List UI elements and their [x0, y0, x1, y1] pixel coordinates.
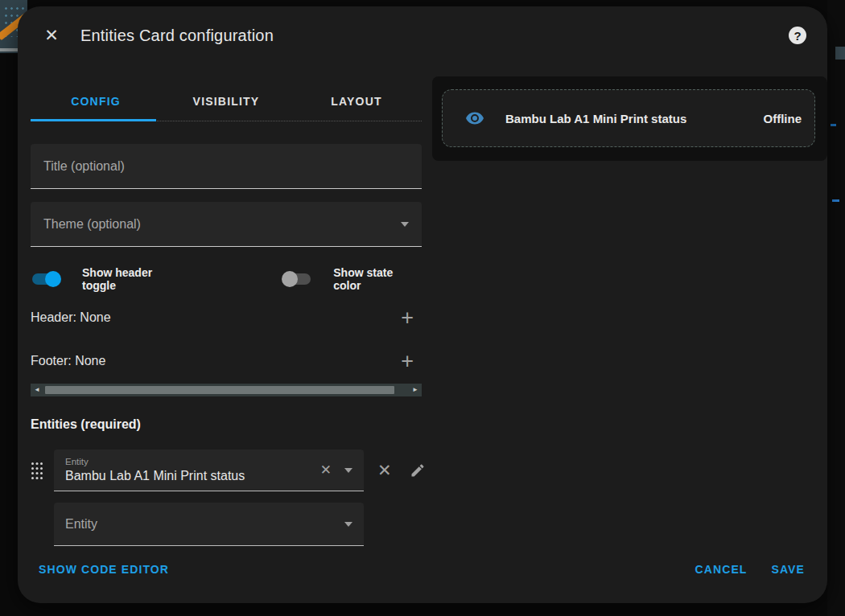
entity-picker[interactable]: Entity Bambu Lab A1 Mini Print status ✕ [54, 450, 364, 491]
scrollbar-thumb[interactable] [45, 386, 394, 394]
preview-entities-card: Bambu Lab A1 Mini Print status Offline [442, 89, 815, 147]
show-header-toggle-label: Show header toggle [82, 266, 187, 292]
toggles-row: Show header toggle Show state color [31, 268, 422, 290]
card-preview-panel: Bambu Lab A1 Mini Print status Offline [432, 76, 827, 161]
theme-select-label: Theme (optional) [43, 217, 141, 232]
add-footer-icon[interactable]: + [401, 351, 422, 372]
toggle-thumb [45, 271, 61, 287]
show-state-color-toggle[interactable] [282, 271, 312, 287]
entity-picker-value: Bambu Lab A1 Mini Print status [65, 469, 245, 483]
edit-entity-icon[interactable] [410, 462, 426, 478]
header-row-label: Header: None [31, 310, 111, 325]
show-state-color-toggle-label: Show state color [333, 266, 422, 292]
chevron-down-icon [401, 222, 409, 227]
scroll-left-icon[interactable]: ◄ [34, 387, 40, 393]
footer-row: Footer: None + [31, 345, 422, 377]
preview-entity-state: Offline [764, 112, 802, 125]
active-tab-indicator [31, 119, 156, 121]
backdrop-blue-dash [831, 124, 836, 126]
scroll-right-icon[interactable]: ► [412, 387, 418, 393]
config-column: CONFIG VISIBILITY LAYOUT Title (optional… [31, 80, 422, 546]
eye-icon [465, 109, 484, 128]
dialog-header: ✕ Entities Card configuration ? [18, 6, 827, 45]
cancel-button[interactable]: CANCEL [695, 563, 748, 576]
add-entity-picker[interactable]: Entity [54, 503, 364, 546]
screen: { "dialog": { "title": "Entities Card co… [0, 0, 845, 616]
backdrop-right-strip [827, 0, 845, 616]
dialog-actions: SHOW CODE EDITOR CANCEL SAVE [39, 563, 805, 576]
entities-card-config-dialog: ✕ Entities Card configuration ? CONFIG V… [18, 6, 827, 603]
backdrop-blue-dash [832, 199, 839, 202]
preview-entity-name[interactable]: Bambu Lab A1 Mini Print status [505, 112, 686, 125]
title-field-label: Title (optional) [43, 159, 125, 174]
tab-visibility[interactable]: VISIBILITY [161, 80, 291, 121]
entity-row: Entity Bambu Lab A1 Mini Print status ✕ … [31, 450, 422, 491]
show-header-toggle[interactable] [31, 271, 61, 287]
help-icon[interactable]: ? [789, 27, 806, 44]
header-row: Header: None + [31, 302, 422, 334]
show-code-editor-button[interactable]: SHOW CODE EDITOR [39, 563, 169, 576]
footer-row-label: Footer: None [31, 354, 105, 368]
add-header-icon[interactable]: + [401, 307, 422, 329]
horizontal-scrollbar[interactable]: ◄ ► [31, 384, 422, 396]
clear-entity-icon[interactable]: ✕ [320, 462, 332, 478]
save-button[interactable]: SAVE [772, 563, 806, 576]
tab-layout[interactable]: LAYOUT [291, 80, 422, 121]
backdrop-teal-block [835, 47, 845, 60]
entity-picker-label: Entity [65, 457, 245, 466]
dialog-title: Entities Card configuration [80, 27, 274, 45]
close-icon[interactable]: ✕ [42, 26, 61, 45]
chevron-down-icon[interactable] [344, 468, 352, 473]
entities-heading: Entities (required) [31, 417, 422, 432]
add-entity-picker-label: Entity [65, 517, 97, 532]
title-field[interactable]: Title (optional) [31, 144, 422, 189]
chevron-down-icon[interactable] [344, 522, 352, 527]
drag-handle-icon[interactable] [31, 462, 43, 480]
remove-entity-icon[interactable]: ✕ [377, 461, 392, 480]
tab-config[interactable]: CONFIG [31, 80, 161, 121]
toggle-thumb [282, 271, 298, 287]
theme-select[interactable]: Theme (optional) [31, 202, 422, 247]
tab-bar: CONFIG VISIBILITY LAYOUT [31, 80, 422, 121]
